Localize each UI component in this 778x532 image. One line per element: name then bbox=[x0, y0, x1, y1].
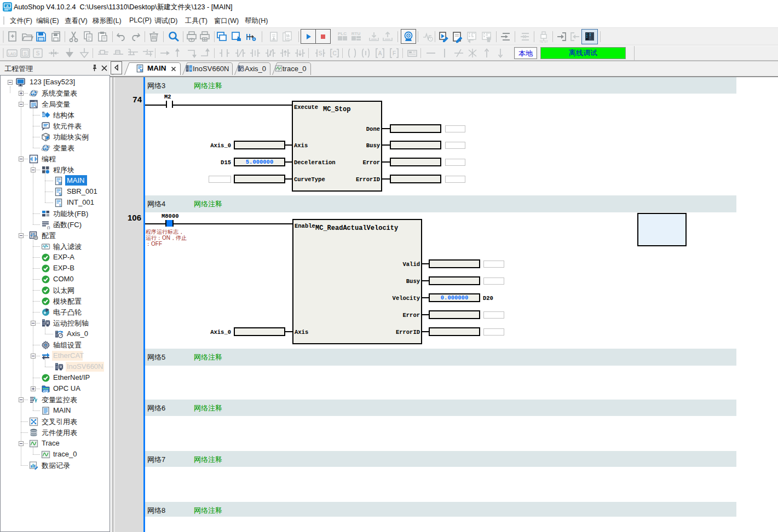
svg-text:S: S bbox=[36, 50, 40, 56]
svg-text:S: S bbox=[319, 50, 322, 56]
svg-text:M: M bbox=[140, 68, 143, 72]
svg-text:(): () bbox=[47, 225, 50, 230]
svg-text:S: S bbox=[24, 51, 27, 56]
svg-text:RTU: RTU bbox=[351, 31, 361, 36]
svg-text:LAD: LAD bbox=[8, 51, 16, 56]
svg-text:I: I bbox=[60, 203, 61, 207]
svg-text:M: M bbox=[59, 181, 62, 185]
svg-text:S: S bbox=[59, 192, 61, 196]
svg-text:TE ST: TE ST bbox=[539, 40, 548, 43]
svg-text:F: F bbox=[393, 50, 396, 56]
svg-text:PLC: PLC bbox=[338, 31, 347, 36]
svg-text:A: A bbox=[7, 4, 9, 8]
svg-text:A: A bbox=[378, 50, 382, 56]
svg-text:OPC: OPC bbox=[43, 390, 49, 393]
svg-text:C: C bbox=[332, 50, 336, 56]
